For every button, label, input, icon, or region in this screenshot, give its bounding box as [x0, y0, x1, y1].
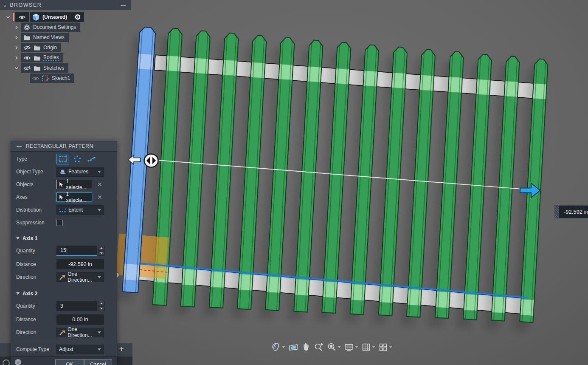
stepper-down-button[interactable]	[98, 306, 105, 311]
clear-axes-icon[interactable]: ✕	[97, 194, 102, 201]
orbit-button[interactable]	[271, 342, 285, 352]
tree-row-origin[interactable]: Origin	[0, 42, 131, 53]
axis1-quantity-input[interactable]: 15	[56, 246, 97, 256]
eye-icon[interactable]	[32, 76, 39, 81]
cancel-button[interactable]: Cancel	[84, 359, 112, 365]
zoom-icon	[314, 342, 324, 352]
stepper-up-button[interactable]	[98, 301, 105, 306]
drag-distance-arrow[interactable]	[518, 181, 542, 200]
rectangular-pattern-dialog: — RECTANGULAR PATTERN Type	[11, 141, 117, 365]
axes-select-button[interactable]: 1 selecte...	[56, 192, 92, 202]
objects-select-button[interactable]: 1 selecte...	[56, 180, 92, 189]
stepper-up-button[interactable]	[98, 246, 105, 251]
dialog-title: RECTANGULAR PATTERN	[26, 143, 93, 149]
activate-component-radio[interactable]	[71, 12, 84, 22]
chevron-right-icon[interactable]	[15, 25, 18, 29]
label-box[interactable]: Origin	[21, 43, 61, 52]
fit-button[interactable]	[327, 342, 341, 352]
label-box[interactable]: Sketch1	[30, 74, 74, 83]
browser-panel: « BROWSER — (Unsaved) Document Settings	[0, 0, 131, 83]
stepper-down-button[interactable]	[98, 251, 105, 256]
circular-pattern-type-button[interactable]	[71, 154, 83, 164]
timeline-add-button[interactable]: +	[119, 345, 124, 354]
tree-row-named-views[interactable]: Named Views	[0, 32, 131, 42]
chevron-down-icon[interactable]	[389, 346, 392, 348]
eye-slash-icon[interactable]	[23, 65, 31, 71]
display-settings-button[interactable]	[344, 342, 358, 352]
objects-value: 1 selecte...	[66, 178, 90, 190]
tree-row-sketches[interactable]: Sketches	[0, 63, 131, 73]
folder-icon	[34, 55, 41, 61]
axis1-direction-dropdown[interactable]: One Direction...	[56, 272, 104, 282]
label-box[interactable]: Bodies	[21, 53, 63, 62]
label-box[interactable]: Document Settings	[21, 23, 80, 32]
chevron-right-icon[interactable]	[15, 35, 18, 40]
compute-type-dropdown[interactable]: Adjust	[56, 345, 104, 354]
chevron-down-icon[interactable]	[6, 16, 10, 19]
pattern-on-path-type-button[interactable]	[85, 154, 97, 164]
tree-row-document-settings[interactable]: Document Settings	[0, 22, 131, 32]
zoom-button[interactable]	[314, 342, 324, 352]
look-at-button[interactable]	[288, 342, 298, 352]
chevron-down-icon[interactable]	[282, 346, 285, 348]
chevron-right-icon[interactable]	[15, 56, 18, 60]
axis2-quantity-input[interactable]: 3	[56, 301, 97, 311]
axis1-distance-row: Distance -92.592 in	[11, 258, 117, 270]
ok-button[interactable]: OK	[55, 359, 84, 365]
axis2-distance-field[interactable]: 0.00 in	[56, 314, 104, 325]
cube-icon	[32, 13, 40, 21]
row-label: Origin	[43, 45, 57, 51]
info-icon[interactable]: i	[15, 359, 21, 365]
distribution-row: Distribution Extent	[11, 204, 117, 216]
clear-objects-icon[interactable]: ✕	[97, 181, 102, 188]
tree-row-sketch1[interactable]: Sketch1	[0, 73, 131, 83]
pan-button[interactable]	[301, 342, 311, 352]
drag-grip[interactable]	[555, 206, 559, 218]
left-direction-arrow[interactable]	[127, 153, 141, 167]
chevron-down-icon[interactable]	[355, 346, 358, 348]
axis2-header[interactable]: Axis 2	[11, 288, 117, 299]
dialog-minimize-icon[interactable]: —	[17, 143, 22, 149]
grid-button[interactable]	[361, 342, 375, 352]
visibility-toggle[interactable]	[15, 12, 29, 22]
axis1-distance-field[interactable]: -92.592 in	[56, 259, 104, 269]
axis2-quantity-stepper	[98, 301, 105, 311]
object-type-value: Features	[68, 169, 88, 175]
rectangular-pattern-type-button[interactable]	[56, 154, 69, 164]
axis1-quantity-stepper	[98, 246, 105, 256]
chevron-right-icon[interactable]	[15, 45, 18, 50]
suppression-checkbox[interactable]	[56, 220, 63, 226]
orbit-icon	[271, 342, 281, 352]
section-collapse-icon	[16, 237, 20, 240]
chevron-down-icon[interactable]	[372, 346, 375, 348]
browser-title: BROWSER	[10, 2, 42, 8]
label-box[interactable]: Named Views	[21, 33, 69, 42]
collapse-panel-icon[interactable]: «	[3, 2, 6, 8]
axis2-direction-dropdown[interactable]: One Direction...	[56, 328, 104, 337]
axis1-header[interactable]: Axis 1	[11, 233, 117, 244]
distance-readout[interactable]: -92.592 in	[559, 209, 588, 215]
chevron-down-icon[interactable]	[338, 346, 341, 348]
distribution-dropdown[interactable]: Extent	[56, 205, 104, 215]
eye-slash-icon[interactable]	[23, 45, 31, 51]
text-caret	[67, 248, 68, 253]
distance-label: Distance	[16, 317, 56, 323]
direction-flag-icon	[59, 329, 65, 336]
object-type-dropdown[interactable]: Features	[56, 167, 104, 177]
label-box[interactable]: Sketches	[21, 63, 68, 73]
dialog-header[interactable]: — RECTANGULAR PATTERN	[11, 141, 117, 152]
viewports-button[interactable]	[378, 342, 392, 352]
grid-icon	[361, 342, 371, 352]
flip-direction-handle[interactable]	[143, 153, 160, 168]
suppression-row: Suppression	[11, 217, 117, 229]
tree-row-document[interactable]: (Unsaved)	[0, 12, 131, 22]
chevron-down-icon[interactable]	[14, 67, 19, 70]
minimize-browser-icon[interactable]: —	[121, 2, 126, 8]
distance-value-box[interactable]: -92.592 in	[554, 205, 588, 218]
fit-icon	[327, 342, 337, 352]
tree-row-bodies[interactable]: Bodies	[0, 53, 131, 63]
features-icon	[59, 169, 66, 175]
document-label-box[interactable]: (Unsaved)	[30, 12, 71, 22]
eye-icon[interactable]	[23, 55, 31, 61]
axis2-direction-row: Direction One Direction...	[11, 326, 117, 338]
